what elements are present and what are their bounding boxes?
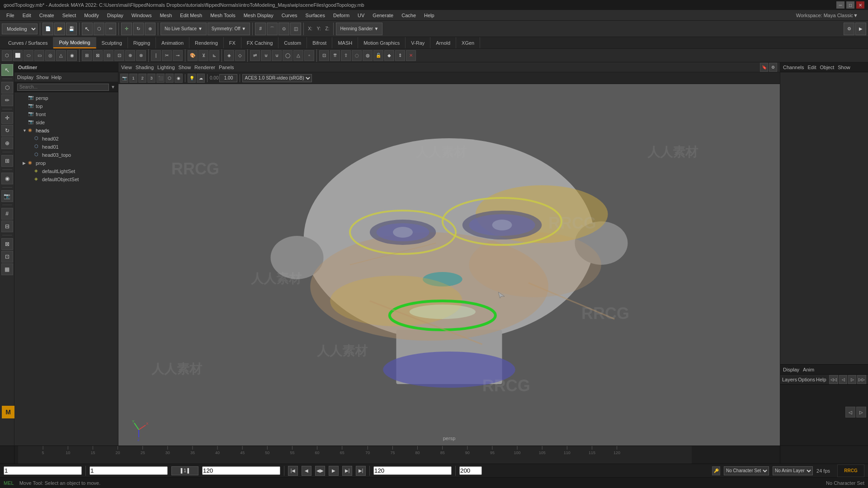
snap-to-curve[interactable]: ⌒ xyxy=(267,23,278,35)
sculpt-tool[interactable]: ◈ xyxy=(224,50,234,61)
expand-prop[interactable]: ▶ xyxy=(23,161,28,165)
tab-poly-modeling[interactable]: Poly Modeling xyxy=(53,37,96,48)
separate[interactable]: ⊍ xyxy=(272,50,282,61)
cb-menu-object[interactable]: Object xyxy=(820,65,834,70)
lasso-tool[interactable]: ⬡ xyxy=(94,23,104,35)
universal-manip-btn[interactable]: ⊞ xyxy=(1,155,13,167)
tab-rendering[interactable]: Rendering xyxy=(189,37,224,48)
select-mode-btn[interactable]: ↖ xyxy=(1,64,13,76)
menu-create[interactable]: Create xyxy=(36,12,58,19)
snap-to-surface[interactable]: ◫ xyxy=(290,23,301,35)
maximize-button[interactable]: □ xyxy=(846,1,854,9)
menu-deform[interactable]: Deform xyxy=(330,12,353,19)
open-button[interactable]: 📂 xyxy=(54,23,65,35)
vertex-color[interactable]: 🎨 xyxy=(188,50,198,61)
vp-camera-select[interactable]: 📷 xyxy=(120,74,128,83)
vp-menu-shading[interactable]: Shading xyxy=(136,65,154,70)
poly-torus[interactable]: ◎ xyxy=(45,50,55,61)
menu-generate[interactable]: Generate xyxy=(369,12,397,19)
lasso-mode-btn[interactable]: ⬡ xyxy=(1,82,13,94)
scale-mode-btn[interactable]: ⊕ xyxy=(1,137,13,149)
tree-item-heads[interactable]: ▼ ◉ heads xyxy=(14,127,118,135)
vp-shading[interactable]: ⬛ xyxy=(156,74,165,83)
menu-curves[interactable]: Curves xyxy=(278,12,301,19)
tab-arnold[interactable]: Arnold xyxy=(430,37,456,48)
menu-mesh[interactable]: Mesh xyxy=(156,12,175,19)
vp-view2[interactable]: 2 xyxy=(138,74,146,83)
scroll-left[interactable]: ◁ xyxy=(845,407,855,418)
menu-mesh-display[interactable]: Mesh Display xyxy=(240,12,277,19)
scale-tool[interactable]: ⊕ xyxy=(145,23,156,35)
timeline-ruler[interactable]: 5 10 15 20 25 30 35 40 45 50 55 60 65 xyxy=(18,446,692,464)
rb-nav3[interactable]: ▷ xyxy=(848,375,856,384)
current-frame-input[interactable] xyxy=(4,466,82,475)
show-border-edges[interactable]: ⊡ xyxy=(319,50,329,61)
duplicate-face[interactable]: ⊡ xyxy=(114,50,124,61)
viewport-panel[interactable]: View Shading Lighting Show Renderer Pane… xyxy=(118,62,780,446)
snap-to-grid[interactable]: # xyxy=(255,23,266,35)
range-total-input[interactable] xyxy=(459,466,482,475)
fill-hole[interactable]: ⊟ xyxy=(104,50,113,61)
tab-custom[interactable]: Custom xyxy=(278,37,307,48)
tab-mash[interactable]: MASH xyxy=(332,37,358,48)
vp-view3[interactable]: 3 xyxy=(147,74,156,83)
extrude[interactable]: ⊞ xyxy=(82,50,92,61)
rb-menu-display[interactable]: Display xyxy=(783,367,799,372)
smooth[interactable]: ◯ xyxy=(283,50,292,61)
step-forward[interactable]: ▶| xyxy=(342,466,352,476)
delete-btn[interactable]: ✕ xyxy=(406,50,416,61)
tab-animation[interactable]: Animation xyxy=(156,37,189,48)
poly-disk[interactable]: ◉ xyxy=(67,50,77,61)
triangulate[interactable]: △ xyxy=(293,50,303,61)
tree-item-defaultlightset[interactable]: ◈ defaultLightSet xyxy=(14,167,118,175)
menu-help[interactable]: Help xyxy=(420,12,438,19)
show-grid-btn[interactable]: # xyxy=(1,208,13,220)
layout-btn[interactable]: ⊠ xyxy=(1,238,13,250)
soft-modify[interactable]: ◇ xyxy=(235,50,245,61)
vp-menu-lighting[interactable]: Lighting xyxy=(157,65,175,70)
tree-item-defaultobjectset[interactable]: ◈ defaultObjectSet xyxy=(14,175,118,183)
rb-layers[interactable]: Layers xyxy=(782,377,797,382)
tree-item-persp[interactable]: 📷 persp xyxy=(14,94,118,102)
show-ui-btn[interactable]: ⊟ xyxy=(1,221,13,232)
normals-display[interactable]: ⇈ xyxy=(330,50,340,61)
tab-fx[interactable]: FX xyxy=(224,37,241,48)
snap-to-point[interactable]: ⊙ xyxy=(278,23,289,35)
move-mode-btn[interactable]: ✛ xyxy=(1,112,13,124)
outliner-search-input[interactable] xyxy=(17,84,109,91)
tree-item-head01[interactable]: ⬡ head01 xyxy=(14,143,118,151)
tab-rigging[interactable]: Rigging xyxy=(128,37,156,48)
no-anim-layer-select[interactable]: No Anim Layer xyxy=(773,466,813,475)
no-character-set-select[interactable]: No Character Set xyxy=(724,466,769,475)
rotate-tool[interactable]: ↻ xyxy=(133,23,144,35)
rb-menu-anim[interactable]: Anim xyxy=(803,367,814,372)
vertex-normals[interactable]: ⇧ xyxy=(341,50,351,61)
render-settings[interactable]: ⚙ xyxy=(844,23,854,35)
tab-motion-graphics[interactable]: Motion Graphics xyxy=(358,37,406,48)
menu-windows[interactable]: Windows xyxy=(128,12,156,19)
bevel[interactable]: ⊗ xyxy=(136,50,146,61)
camera-far-input[interactable] xyxy=(219,74,237,82)
poly-cube[interactable]: ⬜ xyxy=(13,50,23,61)
tab-sculpting[interactable]: Sculpting xyxy=(96,37,128,48)
menu-file[interactable]: File xyxy=(3,12,18,19)
bb-char-key[interactable]: 🔑 xyxy=(712,466,720,475)
range-end-input[interactable] xyxy=(202,466,280,475)
rb-nav4[interactable]: ▷▷ xyxy=(857,375,866,384)
step-back[interactable]: ◀ xyxy=(302,466,311,476)
multi-cut[interactable]: ✂ xyxy=(162,50,172,61)
tree-item-head03-topo[interactable]: ⬡ head03_topo xyxy=(14,151,118,159)
user-profile[interactable]: Henning Sander ▼ xyxy=(336,23,382,35)
tab-xgen[interactable]: XGen xyxy=(456,37,480,48)
hardedge[interactable]: ◍ xyxy=(363,50,373,61)
vp-view1[interactable]: 1 xyxy=(129,74,137,83)
vp-shadows[interactable]: ☁ xyxy=(197,74,205,83)
tab-bifrost[interactable]: Bifrost xyxy=(307,37,332,48)
poly-cone[interactable]: △ xyxy=(56,50,66,61)
menu-edit[interactable]: Edit xyxy=(19,12,35,19)
menu-mesh-tools[interactable]: Mesh Tools xyxy=(207,12,239,19)
move-tool[interactable]: ✛ xyxy=(121,23,132,35)
save-button[interactable]: 💾 xyxy=(66,23,77,35)
rb-help[interactable]: Help xyxy=(816,377,826,382)
cb-menu-channels[interactable]: Channels xyxy=(783,65,804,70)
